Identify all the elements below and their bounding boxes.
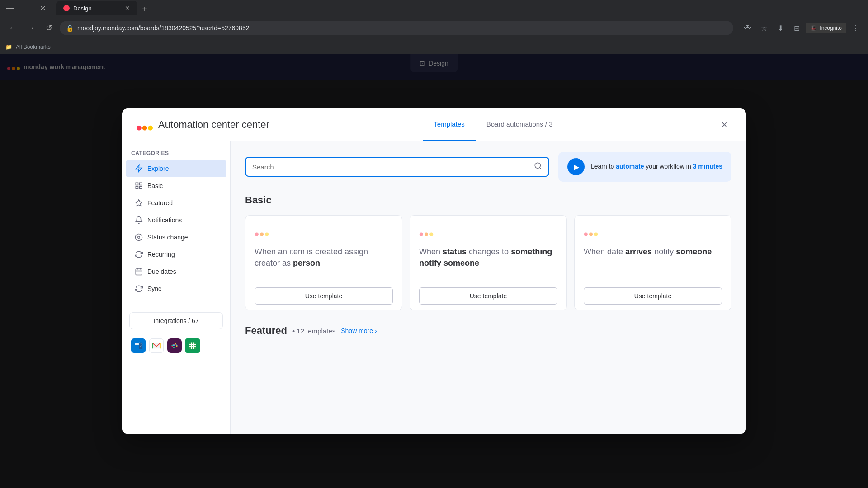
incognito-badge: 🎩 Incognito xyxy=(806,23,846,33)
active-tab[interactable]: Design ✕ xyxy=(56,1,137,15)
browser-actions: 👁 ☆ ⬇ ⊟ 🎩 Incognito ⋮ xyxy=(741,21,863,35)
search-input[interactable] xyxy=(252,163,529,171)
basic-icon xyxy=(135,182,143,190)
sidebar-item-recurring[interactable]: Recurring xyxy=(126,246,226,263)
svg-point-28 xyxy=(255,233,259,236)
svg-point-33 xyxy=(429,233,433,236)
reload-button[interactable]: ↺ xyxy=(42,21,56,35)
card-footer-3: Use template xyxy=(575,282,731,310)
sidebar-item-basic-label: Basic xyxy=(147,182,163,189)
sidebar-section-title: Categories xyxy=(122,150,230,160)
address-bar: ← → ↺ 🔒 moodjoy.monday.com/boards/183042… xyxy=(0,16,868,40)
tab-templates[interactable]: Templates xyxy=(423,108,475,141)
play-icon: ▶ xyxy=(574,163,579,171)
outlook-icon[interactable] xyxy=(131,338,146,353)
modal-body: Categories Explore xyxy=(122,141,746,434)
sidebar-divider xyxy=(131,303,221,303)
modal-logo-area: Automation center center xyxy=(137,117,269,133)
search-and-banner: ▶ Learn to automate your workflow in 3 m… xyxy=(245,152,731,182)
sidebar-item-featured-label: Featured xyxy=(147,199,173,206)
status-change-icon xyxy=(135,233,143,241)
tab-close-icon[interactable]: ✕ xyxy=(125,5,130,12)
card-text-3: When date arrives notify someone xyxy=(584,246,722,258)
sidebar-item-featured[interactable]: Featured xyxy=(126,194,226,211)
tab-title: Design xyxy=(73,5,91,12)
use-template-button-2[interactable]: Use template xyxy=(419,287,557,305)
svg-point-29 xyxy=(260,233,264,236)
star-icon[interactable]: ☆ xyxy=(757,21,771,35)
back-button[interactable]: ← xyxy=(5,21,20,35)
play-button[interactable]: ▶ xyxy=(567,158,585,175)
card-body-1: When an item is created assign creator a… xyxy=(245,216,402,282)
gmail-icon[interactable] xyxy=(149,338,164,353)
sidebar-item-notifications[interactable]: Notifications xyxy=(126,211,226,229)
maximize-button[interactable]: □ xyxy=(20,2,33,14)
card-footer-1: Use template xyxy=(245,282,402,310)
minimize-button[interactable]: — xyxy=(4,2,16,14)
tab-board-automations[interactable]: Board automations / 3 xyxy=(476,108,564,141)
sidebar-item-sync[interactable]: Sync xyxy=(126,280,226,297)
download-icon[interactable]: ⬇ xyxy=(773,21,788,35)
svg-rect-14 xyxy=(136,269,142,275)
featured-icon xyxy=(135,199,143,207)
automation-center-modal: Automation center center Templates Board… xyxy=(122,108,746,434)
bookmarks-folder-icon: 📁 xyxy=(5,44,12,50)
split-screen-icon[interactable]: ⊟ xyxy=(789,21,804,35)
search-icon xyxy=(534,162,542,172)
google-sheets-icon[interactable] xyxy=(185,338,200,353)
svg-rect-8 xyxy=(140,183,142,185)
svg-rect-20 xyxy=(139,343,142,349)
recurring-icon xyxy=(135,250,143,258)
forward-button[interactable]: → xyxy=(24,21,38,35)
sidebar-item-sync-label: Sync xyxy=(147,285,161,292)
sidebar-item-notifications-label: Notifications xyxy=(147,216,182,224)
menu-icon[interactable]: ⋮ xyxy=(848,21,863,35)
incognito-label: Incognito xyxy=(820,25,842,31)
show-more-link[interactable]: Show more › xyxy=(341,327,377,334)
card-text-1: When an item is created assign creator a… xyxy=(255,246,393,269)
video-banner-text: Learn to automate your workflow in 3 min… xyxy=(591,162,722,171)
modal-close-button[interactable]: ✕ xyxy=(717,117,731,132)
card-logo-3 xyxy=(584,225,598,239)
sidebar-item-status-change[interactable]: Status change xyxy=(126,229,226,246)
featured-section-title: Featured xyxy=(245,325,287,337)
svg-point-12 xyxy=(136,234,142,241)
use-template-button-3[interactable]: Use template xyxy=(584,287,722,305)
bookmarks-label: All Bookmarks xyxy=(16,44,51,50)
sidebar-item-explore[interactable]: Explore xyxy=(126,160,226,177)
url-bar[interactable]: 🔒 moodjoy.monday.com/boards/1830420525?u… xyxy=(60,21,733,35)
new-tab-button[interactable]: + xyxy=(138,3,151,15)
sidebar-item-due-dates[interactable]: Due dates xyxy=(126,263,226,280)
svg-point-36 xyxy=(594,233,598,236)
browser-controls: — □ ✕ xyxy=(4,2,49,14)
notifications-icon xyxy=(135,216,143,224)
integrations-button[interactable]: Integrations / 67 xyxy=(129,312,223,329)
svg-rect-10 xyxy=(136,187,138,189)
basic-section-title: Basic xyxy=(245,194,731,206)
card-text-2: When status changes to something notify … xyxy=(419,246,557,269)
sidebar-item-basic[interactable]: Basic xyxy=(126,177,226,194)
svg-marker-6 xyxy=(136,165,142,172)
use-template-button-1[interactable]: Use template xyxy=(255,287,393,305)
slack-icon[interactable] xyxy=(167,338,182,353)
explore-icon xyxy=(135,164,143,173)
main-content: ▶ Learn to automate your workflow in 3 m… xyxy=(231,141,746,434)
template-card-2: When status changes to something notify … xyxy=(410,215,567,310)
lock-icon: 🔒 xyxy=(66,24,74,32)
browser-window: — □ ✕ Design ✕ + ← → ↺ 🔒 moodjoy.monday.… xyxy=(0,0,868,488)
modal-header: Automation center center Templates Board… xyxy=(122,108,746,141)
close-button[interactable]: ✕ xyxy=(36,2,49,14)
svg-rect-19 xyxy=(135,343,139,345)
svg-point-31 xyxy=(420,233,423,236)
accessibility-icon[interactable]: 👁 xyxy=(741,21,755,35)
featured-section-header: Featured • 12 templates Show more › xyxy=(245,325,731,337)
bookmarks-bar: 📁 All Bookmarks xyxy=(0,40,868,54)
tab-bar: Design ✕ + xyxy=(52,1,864,15)
browser-titlebar: — □ ✕ Design ✕ + xyxy=(0,0,868,16)
incognito-hat-icon: 🎩 xyxy=(810,25,817,31)
svg-point-3 xyxy=(137,125,142,130)
card-body-2: When status changes to something notify … xyxy=(410,216,566,282)
svg-point-30 xyxy=(265,233,269,236)
search-box[interactable] xyxy=(245,157,549,177)
svg-point-5 xyxy=(148,125,153,130)
